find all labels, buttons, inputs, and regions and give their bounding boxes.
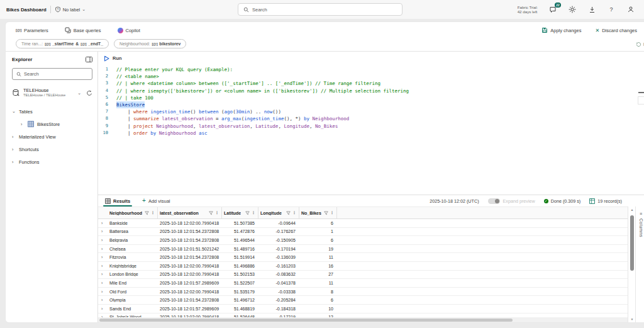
code-token: latest_observation (199, 123, 250, 130)
table-row[interactable]: Knightsbridge2025-10-18 12:02:00.7990418… (98, 262, 628, 271)
column-header-no-bikes[interactable]: No_Bikes (299, 207, 337, 218)
cell: 2025-10-18 12:02:00.7990418 (158, 272, 222, 276)
column-menu-icon[interactable] (252, 211, 255, 215)
row-expand-chevron[interactable] (98, 272, 108, 276)
line-number: 3 (98, 80, 108, 87)
collapse-panel-icon[interactable] (86, 57, 92, 62)
base-queries-button[interactable]: Base queries (65, 27, 101, 33)
scroll-up-arrow[interactable]: ▲ (628, 206, 636, 213)
chevron-down-icon[interactable]: ⌄ (77, 91, 81, 96)
column-header-neighbourhood[interactable]: Neighbourhood (108, 207, 158, 218)
line-number: 6 (98, 101, 108, 108)
row-expand-chevron[interactable] (98, 229, 108, 234)
cell: 51.507385 (222, 221, 258, 225)
filter-icon[interactable] (324, 211, 328, 215)
table-row[interactable]: Sands End2025-10-18 12:01:57.298960951.4… (98, 305, 628, 314)
tab-results[interactable]: Results (102, 195, 133, 206)
scroll-down-arrow[interactable]: ▼ (628, 316, 636, 322)
kql-editor[interactable]: Run 1// Please enter your KQL query (Exa… (98, 52, 644, 195)
copilot-button[interactable]: Copilot (118, 28, 140, 33)
table-row[interactable]: Mile End2025-10-18 12:01:57.298960951.52… (98, 279, 628, 288)
code-token: Neighbourhood (159, 130, 196, 137)
row-expand-chevron[interactable] (98, 238, 108, 242)
database-path: TELEHouse / TELEHouse (23, 93, 65, 98)
code-token: asc (199, 130, 208, 137)
filter-icon[interactable] (245, 211, 250, 215)
reset-button[interactable]: Reset (636, 42, 644, 47)
horizontal-scrollbar-thumb[interactable] (99, 319, 513, 322)
discard-changes-button[interactable]: ✕ Discard changes (595, 28, 637, 33)
cell: 6 (299, 238, 337, 242)
database-name: TELEHouse (23, 88, 65, 93)
editor-minimap[interactable] (638, 76, 644, 164)
row-expand-chevron[interactable] (98, 247, 108, 251)
grid-body: Bankside2025-10-18 12:02:00.799041851.50… (98, 219, 628, 317)
cell: 16 (299, 264, 337, 268)
run-button[interactable]: Run (104, 55, 122, 62)
column-menu-icon[interactable] (330, 211, 334, 215)
table-row[interactable]: Battersea2025-10-18 12:01:54.237280851.4… (98, 228, 628, 237)
settings-button[interactable] (568, 5, 577, 14)
tree-item-shortcuts[interactable]: ›Shortcuts (12, 143, 92, 156)
column-menu-icon[interactable] (292, 211, 296, 215)
apply-changes-button[interactable]: Apply changes (541, 27, 581, 33)
sensitivity-label-button[interactable]: ? No label ⌄ (55, 6, 86, 13)
table-row[interactable]: Belgravia2025-10-18 12:01:54.237280851.4… (98, 236, 628, 245)
explorer-search-input[interactable]: Search (12, 68, 92, 80)
column-header-latest-observation[interactable]: latest_observation (158, 207, 222, 218)
row-expand-chevron[interactable] (98, 281, 108, 285)
table-row[interactable]: Bankside2025-10-18 12:02:00.799041851.50… (98, 219, 628, 228)
code-token: summarize (133, 115, 159, 122)
table-row[interactable]: London Bridge2025-10-18 12:02:00.7990418… (98, 271, 628, 280)
filter-icon[interactable] (209, 211, 213, 215)
filter-icon[interactable] (286, 211, 291, 215)
row-expand-chevron[interactable] (98, 307, 108, 311)
column-header-latitude[interactable]: Latitude (222, 207, 258, 218)
column-menu-icon[interactable] (151, 211, 155, 215)
chevron-collapsed-icon: › (12, 160, 16, 164)
column-header-longitude[interactable]: Longitude (258, 207, 299, 218)
columns-panel-tab[interactable]: ≡ Columns (636, 206, 644, 322)
parameters-button[interactable]: [@] Parameters (16, 28, 48, 33)
cell: 2025-10-18 12:02:00.7990418 (158, 221, 222, 225)
explorer-tree: ⌄Tables › BikesStore ›Materialized View … (12, 105, 92, 168)
account-button[interactable] (626, 5, 635, 14)
row-expand-chevron[interactable] (98, 221, 108, 225)
expand-preview-toggle[interactable]: Expand preview (488, 198, 535, 204)
neighbourhood-pill[interactable]: Neighbourhood: [@] bikestorev (114, 39, 186, 48)
database-item[interactable]: TELEHouse TELEHouse / TELEHouse ⌄ (12, 88, 92, 98)
minimap-marker (638, 92, 644, 93)
line-number: 9 (98, 123, 108, 130)
vertical-scrollbar[interactable]: ▲ ▼ (628, 206, 636, 322)
records-table-icon (589, 198, 595, 204)
tree-item-tables[interactable]: ⌄Tables (12, 105, 92, 118)
feedback-button[interactable]: 22 (548, 5, 557, 14)
table-row[interactable]: Old Ford2025-10-18 12:02:00.799041851.53… (98, 288, 628, 297)
download-button[interactable] (587, 5, 596, 14)
table-row[interactable]: Olympia2025-10-18 12:01:54.237280851.496… (98, 296, 628, 305)
filter-icon[interactable] (145, 211, 149, 215)
tree-item-materialized-view[interactable]: ›Materialized View (12, 130, 92, 143)
global-search-input[interactable]: Search (238, 3, 402, 16)
gear-icon (569, 6, 576, 13)
code-token: ingestion_time (150, 108, 190, 115)
column-menu-icon[interactable] (215, 211, 219, 215)
row-expand-chevron[interactable] (98, 298, 108, 302)
cell: -0.150905 (258, 238, 299, 242)
horizontal-scrollbar[interactable] (98, 317, 628, 322)
add-visual-button[interactable]: + Add visual (142, 198, 170, 204)
time-range-pill[interactable]: Time ran...: [@] _startTime & [@] _endT_ (16, 39, 109, 48)
help-button[interactable]: ? (607, 5, 616, 14)
cell: -0.161203 (258, 264, 299, 268)
table-row[interactable]: Chelsea2025-10-18 12:01:51.502124251.489… (98, 245, 628, 254)
vertical-scrollbar-thumb[interactable] (630, 215, 634, 271)
row-expand-chevron[interactable] (98, 264, 108, 268)
tree-item-bikesstore[interactable]: › BikesStore (12, 118, 92, 130)
table-row[interactable]: Fitzrovia2025-10-18 12:01:54.237280851.5… (98, 253, 628, 262)
refresh-icon[interactable] (86, 90, 92, 96)
parameter-icon: [@] (152, 42, 157, 46)
row-expand-chevron[interactable] (98, 255, 108, 259)
tree-item-functions[interactable]: ›Functions (12, 156, 92, 168)
row-expand-chevron[interactable] (98, 290, 108, 294)
download-icon (589, 6, 596, 13)
